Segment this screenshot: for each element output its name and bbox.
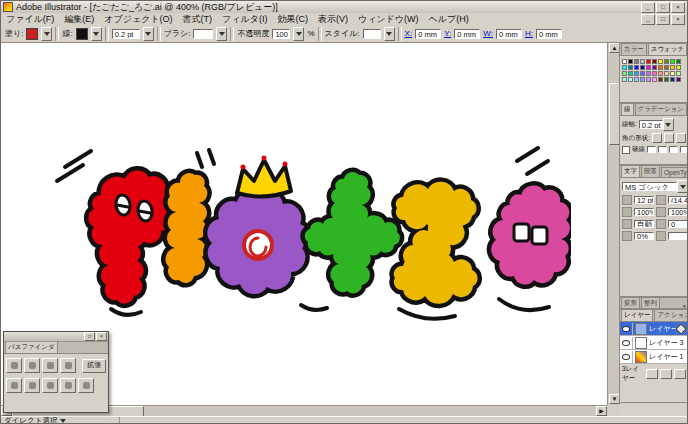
letter-z-fill[interactable] [394,253,478,304]
w-label[interactable]: W: [483,29,493,38]
swatch[interactable] [646,59,651,64]
swatch[interactable] [664,71,669,76]
crop-button[interactable] [60,378,76,393]
stroke-weight-dropdown-icon[interactable] [143,27,154,41]
dash-field[interactable] [669,146,678,153]
tab-layers[interactable]: レイヤー [621,310,653,321]
swatch[interactable] [640,65,645,70]
swatch[interactable] [622,65,627,70]
brush-dropdown-icon[interactable] [216,27,227,41]
dash-field[interactable] [647,146,656,153]
swatch[interactable] [646,77,651,82]
menu-edit[interactable]: 編集(E) [59,13,99,26]
opacity-input[interactable]: 100 [272,29,290,39]
swatch[interactable] [628,71,633,76]
swatch[interactable] [670,59,675,64]
swatch[interactable] [622,71,627,76]
swatch[interactable] [658,59,663,64]
swatch[interactable] [676,77,681,82]
vertical-scale-field[interactable]: 100% [634,208,654,216]
swatch[interactable] [646,71,651,76]
swatch[interactable] [658,65,663,70]
gap-field[interactable] [658,146,667,153]
tab-swatches[interactable]: スウォッチ [648,44,687,55]
new-layer-button[interactable] [660,369,672,379]
restore-button-icon[interactable]: □ [656,2,670,13]
font-size-field[interactable]: 12 pt [634,196,654,204]
dash-checkbox[interactable] [622,146,630,154]
h-input[interactable]: 0 mm [536,29,562,39]
crown[interactable] [237,156,291,197]
swatch[interactable] [634,71,639,76]
title-bar[interactable]: Adobe Illustrator - [たごたご_ろご.ai @ 400% (… [1,1,687,13]
visibility-toggle[interactable] [620,323,633,335]
swatch[interactable] [622,77,627,82]
letter-z[interactable] [394,182,478,304]
menu-help[interactable]: ヘルプ(H) [424,13,474,26]
menu-object[interactable]: オブジェクト(O) [99,13,177,26]
swatch[interactable] [652,59,657,64]
swatch[interactable] [658,77,663,82]
swatch[interactable] [664,77,669,82]
swatch[interactable] [652,77,657,82]
opacity-dropdown-icon[interactable] [293,27,304,41]
h-label[interactable]: H: [525,29,533,38]
tab-opentype[interactable]: OpenType [661,167,688,177]
minimize-button-icon[interactable]: _ [641,2,655,13]
font-family-field[interactable]: MS ゴシック [622,182,677,191]
doc-close-icon[interactable]: × [671,14,685,25]
tab-color[interactable]: カラー [621,44,647,55]
close-button-icon[interactable]: × [671,2,685,13]
shape-subtract-button[interactable] [24,358,40,373]
swatch[interactable] [652,65,657,70]
swatch[interactable] [640,77,645,82]
menu-view[interactable]: 表示(V) [313,13,353,26]
trim-button[interactable] [24,378,40,393]
swatch[interactable] [628,59,633,64]
letter-l-fill[interactable] [166,173,208,283]
tab-gradient[interactable]: グラデーション [635,104,687,115]
shape-exclude-button[interactable] [60,358,76,373]
swatch[interactable] [640,71,645,76]
tab-stroke[interactable]: 線 [621,104,634,115]
font-family-dd-icon[interactable] [677,180,688,193]
y-input[interactable]: 0 mm [454,29,480,39]
doc-restore-icon[interactable]: □ [656,14,670,25]
layer-row[interactable]: レイヤー 3 [620,336,688,350]
layer-row[interactable]: レイヤー 2 [620,322,688,336]
swatch[interactable] [640,59,645,64]
stroke-swatch[interactable] [76,28,88,40]
swatch[interactable] [628,65,633,70]
horizontal-scale-field[interactable]: 100% [668,208,688,216]
baseline-shift-field[interactable] [668,232,688,240]
swatch[interactable] [628,77,633,82]
platzo-artwork[interactable] [51,139,571,339]
pathfinder-title-bar[interactable]: □ × [4,332,108,342]
swatch[interactable] [664,65,669,70]
tracking-field[interactable]: 0 [668,220,688,228]
palette-collapse-icon[interactable]: □ [84,332,95,341]
swatch[interactable] [676,71,681,76]
merge-button[interactable] [42,378,58,393]
expand-button[interactable]: 拡張 [82,359,106,373]
palette-close-icon[interactable]: × [96,332,107,341]
cap-projecting-button[interactable] [676,133,686,143]
brush-input[interactable] [193,29,213,39]
visibility-toggle[interactable] [620,351,633,363]
fill-dropdown-icon[interactable] [41,27,52,41]
style-dropdown-icon[interactable] [384,27,395,41]
letter-p[interactable] [88,170,173,303]
y-label[interactable]: Y: [444,29,451,38]
menu-filter[interactable]: フィルタ(I) [217,13,272,26]
visibility-toggle[interactable] [620,337,633,349]
swatch[interactable] [652,71,657,76]
w-input[interactable]: 0 mm [496,29,522,39]
swatch[interactable] [634,65,639,70]
gap-field[interactable] [680,146,688,153]
tab-paragraph[interactable]: 段落 [641,166,660,177]
swatch[interactable] [622,59,627,64]
tsume-field[interactable]: 0% [634,232,654,240]
swatch[interactable] [670,71,675,76]
status-tool[interactable]: ダイレクト選択 [1,417,120,424]
style-input[interactable] [363,29,381,39]
